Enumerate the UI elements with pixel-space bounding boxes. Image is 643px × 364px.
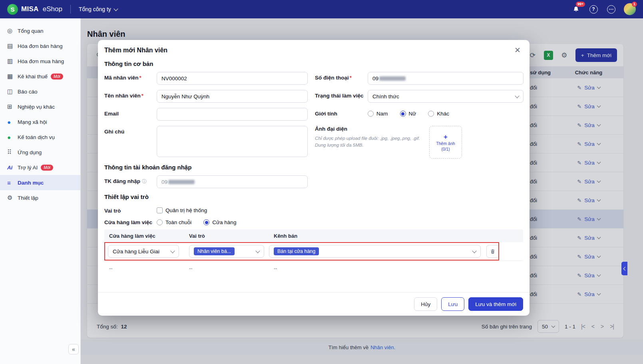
email-input[interactable]	[157, 108, 308, 121]
chevron-left-icon	[623, 267, 627, 271]
sidebar-item-label: Hóa đơn mua hàng	[18, 58, 64, 64]
sidebar-collapse-button[interactable]: «	[68, 344, 79, 354]
employee-name-input[interactable]: Nguyễn Như Quỳnh	[157, 90, 308, 103]
chevron-down-icon	[472, 249, 476, 253]
sidebar-item-hóa-đơn-bán-hàng[interactable]: ▤Hóa đơn bán hàng	[0, 38, 80, 54]
status-label: Trạng thái làm việc	[315, 90, 368, 99]
checkbox-icon	[157, 207, 163, 213]
info-icon: ⓘ	[142, 179, 147, 184]
sidebar-item-thiết-lập[interactable]: ⚙Thiết lập	[0, 190, 80, 205]
employee-code-input[interactable]: NV000002	[157, 72, 308, 85]
gender-option-nu[interactable]: Nữ	[400, 108, 416, 117]
misa-logo-icon: S	[7, 4, 18, 15]
side-panel-expand-tab[interactable]	[621, 262, 627, 275]
company-selector[interactable]: Tổng công ty	[79, 6, 117, 12]
new-badge: Mới	[41, 165, 53, 171]
notifications-button[interactable]: 99+	[571, 4, 581, 14]
sidebar-item-label: Kế toán dịch vụ	[18, 134, 55, 140]
sidebar-item-label: Trợ lý AI	[18, 165, 38, 171]
sidebar-item-kê-khai-thuế[interactable]: ▦Kê khai thuếMới	[0, 69, 80, 84]
sidebar-item-nghiệp-vụ-khác[interactable]: ⊞Nghiệp vụ khác	[0, 99, 80, 114]
workplace-option-store[interactable]: Cửa hàng	[203, 217, 236, 225]
close-icon[interactable]: ✕	[512, 46, 523, 54]
avatar-label: Ảnh đại diện	[315, 126, 424, 132]
role-tag: Nhân viên bá...	[194, 247, 235, 255]
new-badge: Mới	[51, 74, 63, 80]
store-select[interactable]: Cửa hàng Liễu Giai	[108, 245, 179, 258]
app-root: S MISAeShop Tổng công ty 99+ ? ⋯ 1 ◎Tổng	[0, 0, 643, 364]
tax-icon: ▦	[7, 73, 18, 80]
code-label: Mã nhân viên*	[104, 72, 157, 81]
brand-eshop: eShop	[43, 5, 62, 13]
modal-body: Thông tin cơ bản Mã nhân viên* NV000002 …	[98, 56, 530, 292]
upload-count: (0/1)	[441, 147, 450, 151]
redacted-value	[168, 180, 195, 184]
user-avatar[interactable]: 1	[624, 3, 636, 15]
save-and-new-button[interactable]: Lưu và thêm mới	[468, 297, 523, 311]
avatar-hint-2: Dung lượng tối đa 5MB.	[315, 142, 424, 149]
gender-option-khac[interactable]: Khác	[428, 108, 449, 117]
channel-tag: Bán tại cửa hàng	[274, 247, 319, 255]
form-row: Vai trò Quản trị hệ thống	[104, 205, 523, 214]
avatar-badge: 1	[632, 2, 637, 7]
chevron-down-icon	[515, 93, 519, 98]
form-row: Cửa hàng làm việc Toàn chuỗi Cửa hàng	[104, 217, 523, 225]
gender-option-nam[interactable]: Nam	[368, 108, 388, 117]
sidebar-item-label: Ứng dụng	[18, 149, 42, 155]
required-mark: *	[139, 75, 141, 81]
workplace-option-chain[interactable]: Toàn chuỗi	[157, 217, 191, 225]
sales-invoice-icon: ▤	[7, 42, 18, 50]
login-account-input[interactable]: 09	[157, 175, 308, 188]
phone-input[interactable]: 09	[368, 72, 524, 85]
note-textarea[interactable]	[157, 126, 308, 157]
more-icon: ⋯	[607, 5, 615, 14]
sidebar: ◎Tổng quan▤Hóa đơn bán hàng▥Hóa đơn mua …	[0, 18, 81, 364]
sidebar-item-label: Thiết lập	[18, 195, 38, 201]
help-button[interactable]: ?	[589, 4, 598, 14]
form-row: TK đăng nhậpⓘ 09	[104, 175, 523, 188]
sidebar-item-trợ-lý-ai[interactable]: AiTrợ lý AIMới	[0, 160, 80, 175]
brand-logo[interactable]: S MISAeShop	[7, 4, 62, 15]
avatar-upload-box[interactable]: + Thêm ảnh (0/1)	[429, 126, 462, 159]
avatar-hint-1: Chỉ được phép upload file đuôi: .jpg, .j…	[315, 135, 424, 142]
section-role-setup: Thiết lập vai trò	[104, 193, 523, 200]
trash-icon	[490, 249, 496, 255]
other-operations-icon: ⊞	[7, 103, 18, 110]
sidebar-item-ứng-dụng[interactable]: ⠿Ứng dụng	[0, 145, 80, 160]
sidebar-item-tổng-quan[interactable]: ◎Tổng quan	[0, 23, 80, 38]
settings-icon: ⚙	[7, 194, 18, 201]
radio-selected-icon	[400, 111, 406, 117]
sidebar-item-danh-mục[interactable]: ≡Danh mục	[0, 175, 80, 190]
more-apps-button[interactable]: ⋯	[606, 4, 616, 14]
delete-row-button[interactable]	[486, 245, 499, 258]
work-status-select[interactable]: Chính thức	[368, 90, 524, 103]
phone-label: Số điện thoại*	[315, 72, 368, 81]
channel-select[interactable]: Bán tại cửa hàng	[269, 245, 481, 258]
sidebar-item-mạng-xã-hội[interactable]: ●Mạng xã hội	[0, 114, 80, 129]
section-basic-info: Thông tin cơ bản	[104, 60, 523, 67]
role-select[interactable]: Nhân viên bá...	[189, 245, 264, 258]
radio-selected-icon	[203, 219, 209, 225]
cancel-button[interactable]: Hủy	[414, 297, 437, 311]
social-icon: ●	[7, 119, 18, 125]
radio-icon	[368, 111, 374, 117]
note-label: Ghi chú	[104, 126, 157, 135]
upload-label: Thêm ảnh	[436, 141, 455, 146]
add-employee-modal: Thêm mới Nhân viên ✕ Thông tin cơ bản Mã…	[98, 40, 530, 316]
radio-icon	[428, 111, 434, 117]
admin-checkbox-option[interactable]: Quản trị hệ thống	[157, 205, 207, 213]
sidebar-item-label: Nghiệp vụ khác	[18, 104, 55, 110]
save-button[interactable]: Lưu	[441, 297, 464, 311]
sidebar-item-hóa-đơn-mua-hàng[interactable]: ▥Hóa đơn mua hàng	[0, 54, 80, 69]
topbar-actions: 99+ ? ⋯ 1	[571, 3, 636, 15]
sidebar-item-kế-toán-dịch-vụ[interactable]: ●Kế toán dịch vụ	[0, 129, 80, 145]
chevron-down-icon	[113, 6, 118, 11]
role-col-store: Cửa hàng làm việc	[104, 233, 189, 239]
sidebar-item-label: Kê khai thuế	[18, 74, 48, 80]
accounting-service-icon: ●	[7, 134, 18, 141]
form-row: Mã nhân viên* NV000002 Số điện thoại* 09	[104, 72, 523, 85]
notification-badge: 99+	[576, 2, 585, 7]
role-table-header: Cửa hàng làm việc Vai trò Kênh bán	[104, 229, 523, 242]
sidebar-item-báo-cáo[interactable]: ◫Báo cáo	[0, 84, 80, 99]
sidebar-items: ◎Tổng quan▤Hóa đơn bán hàng▥Hóa đơn mua …	[0, 23, 80, 205]
